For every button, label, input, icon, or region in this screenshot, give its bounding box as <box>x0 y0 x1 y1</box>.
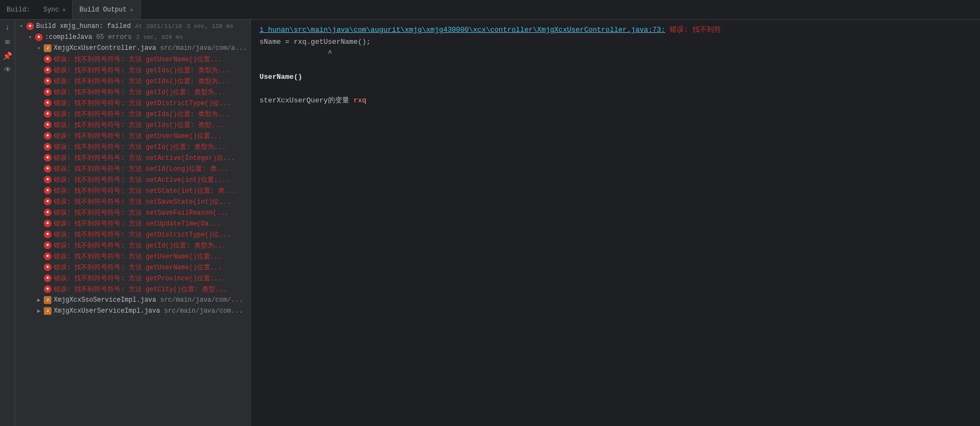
error-item-19[interactable]: ●错误: 找不到符号符号: 方法 getUserName()位置... <box>15 262 250 273</box>
error-item-21[interactable]: ●错误: 找不到符号符号: 方法 getCity()位置: 类型... <box>15 284 250 295</box>
error-item-1[interactable]: ●错误: 找不到符号符号: 方法 getIds()位置: 类型为... <box>15 65 250 76</box>
error-icon-20: ● <box>44 274 51 282</box>
code-username-line: UserName() <box>251 71 980 83</box>
error-icon-1: ● <box>44 66 51 74</box>
error-item-18[interactable]: ●错误: 找不到符号符号: 方法 getUserName()位置... <box>15 251 250 262</box>
eye-icon[interactable]: 👁 <box>2 65 13 76</box>
expand-user-svc-icon: ▶ <box>35 307 43 315</box>
error-icon-3: ● <box>44 88 51 96</box>
error-item-6[interactable]: ●错误: 找不到符号符号: 方法 getIds()位置: 类型... <box>15 119 250 130</box>
java-file-icon: J <box>44 44 51 52</box>
error-item-12[interactable]: ●错误: 找不到符号符号: 方法 setState(int)位置: 类... <box>15 185 250 196</box>
error-item-11[interactable]: ●错误: 找不到符号符号: 方法 setActive(int)位置:... <box>15 174 250 185</box>
error-icon-9: ● <box>44 154 51 162</box>
user-service-path: src/main/java/com... <box>160 307 243 315</box>
compile-error-icon: ● <box>35 33 43 41</box>
pin-icon[interactable]: 📌 <box>2 50 13 61</box>
error-item-15[interactable]: ●错误: 找不到符号符号: 方法 setUpdateTime(Da... <box>15 218 250 229</box>
build-root-time: At 2021/11/16 <box>135 23 182 30</box>
sidebar-icons: ↓ ⊞ 📌 👁 <box>0 20 15 426</box>
error-text-7: 错误: 找不到符号符号: 方法 getUserName()位置... <box>54 131 222 141</box>
error-text-17: 错误: 找不到符号符号: 方法 getId()位置: 类型为... <box>54 241 226 250</box>
file-path-link[interactable]: i_hunan\src\main\java\com\augurit\xmjg\x… <box>260 25 665 36</box>
error-icon-6: ● <box>44 121 51 129</box>
error-icon-21: ● <box>44 285 51 293</box>
error-text-5: 错误: 找不到符号符号: 方法 getIds()位置: 类型为... <box>54 110 230 119</box>
error-item-20[interactable]: ●错误: 找不到符号符号: 方法 getProvince()位置:... <box>15 273 250 284</box>
error-text-16: 错误: 找不到符号符号: 方法 getDistrictType()位... <box>54 230 231 239</box>
error-item-4[interactable]: ●错误: 找不到符号符号: 方法 getDistrictType()位... <box>15 97 250 108</box>
build-root-item[interactable]: ▾ ● Build xmjg_hunan: failed At 2021/11/… <box>15 21 250 32</box>
code-blank-2 <box>251 83 980 95</box>
error-item-16[interactable]: ●错误: 找不到符号符号: 方法 getDistrictType()位... <box>15 229 250 240</box>
error-item-14[interactable]: ●错误: 找不到符号符号: 方法 setSaveFailReason(... <box>15 207 250 218</box>
error-text-8: 错误: 找不到符号符号: 方法 getId()位置: 类型为... <box>54 142 226 152</box>
compile-duration: 2 sec, 929 ms <box>136 34 183 41</box>
compile-java-label: :compileJava <box>45 33 92 41</box>
error-icon-16: ● <box>44 231 51 238</box>
error-text-21: 错误: 找不到符号符号: 方法 getCity()位置: 类型... <box>54 285 227 294</box>
code-panel: i_hunan\src\main\java\com\augurit\xmjg\x… <box>251 20 980 426</box>
error-icon-19: ● <box>44 263 51 271</box>
close-build-output-tab-icon[interactable]: ✕ <box>130 7 133 13</box>
error-item-17[interactable]: ●错误: 找不到符号符号: 方法 getId()位置: 类型为... <box>15 240 250 251</box>
expand-root-icon: ▾ <box>18 22 25 30</box>
error-text-19: 错误: 找不到符号符号: 方法 getUserName()位置... <box>54 263 222 272</box>
arrow-down-icon[interactable]: ↓ <box>2 22 13 33</box>
error-text-10: 错误: 找不到符号符号: 方法 setId(Long)位置: 类... <box>54 164 228 174</box>
expand-all-icon[interactable]: ⊞ <box>2 36 13 47</box>
compile-errors-count: 65 errors <box>92 33 131 41</box>
build-root-duration: 3 sec, 128 ms <box>187 23 234 30</box>
user-service-label: XmjgXcxUserServiceImpl.java <box>54 307 160 315</box>
expand-compile-icon: ▾ <box>26 33 34 41</box>
sso-service-path: src/main/java/com/... <box>156 296 243 304</box>
error-icon-18: ● <box>44 252 51 260</box>
close-sync-tab-icon[interactable]: ✕ <box>62 7 66 13</box>
error-icon-11: ● <box>44 176 51 183</box>
error-item-5[interactable]: ●错误: 找不到符号符号: 方法 getIds()位置: 类型为... <box>15 108 250 119</box>
error-text-15: 错误: 找不到符号符号: 方法 setUpdateTime(Da... <box>54 219 221 228</box>
error-list: ●错误: 找不到符号符号: 方法 getUserName()位置...●错误: … <box>15 54 250 295</box>
tab-build-output[interactable]: Build Output ✕ <box>73 0 140 19</box>
sso-service-item[interactable]: ▶ J XmjgXcxSsoServiceImpl.java src/main/… <box>15 295 250 306</box>
error-item-3[interactable]: ●错误: 找不到符号符号: 方法 getId()位置: 类型为... <box>15 87 250 97</box>
expand-sso-icon: ▶ <box>35 296 43 304</box>
code-blank-1 <box>251 60 980 72</box>
error-text-18: 错误: 找不到符号符号: 方法 getUserName()位置... <box>54 252 222 261</box>
user-service-item[interactable]: ▶ J XmjgXcxUserServiceImpl.java src/main… <box>15 306 250 316</box>
error-icon-8: ● <box>44 143 51 151</box>
error-item-2[interactable]: ●错误: 找不到符号符号: 方法 getIds()位置: 类型为... <box>15 76 250 87</box>
error-text-14: 错误: 找不到符号符号: 方法 setSaveFailReason(... <box>54 208 228 217</box>
error-item-10[interactable]: ●错误: 找不到符号符号: 方法 setId(Long)位置: 类... <box>15 163 250 174</box>
error-icon-15: ● <box>44 220 51 227</box>
controller-file-item[interactable]: ▾ J XmjgXcxUserController.java src/main/… <box>15 43 250 54</box>
error-icon-5: ● <box>44 110 51 118</box>
tab-bar: Build: Sync ✕ Build Output ✕ <box>0 0 980 20</box>
code-path-line: i_hunan\src\main\java\com\augurit\xmjg\x… <box>251 24 980 36</box>
build-static-label: Build: <box>0 6 37 14</box>
error-icon-10: ● <box>44 165 51 172</box>
tab-sync[interactable]: Sync ✕ <box>37 0 73 19</box>
error-item-7[interactable]: ●错误: 找不到符号符号: 方法 getUserName()位置... <box>15 130 250 141</box>
error-icon-14: ● <box>44 209 51 216</box>
error-text-1: 错误: 找不到符号符号: 方法 getIds()位置: 类型为... <box>54 66 230 75</box>
error-icon-13: ● <box>44 198 51 205</box>
error-text-2: 错误: 找不到符号符号: 方法 getIds()位置: 类型为... <box>54 77 230 86</box>
error-item-13[interactable]: ●错误: 找不到符号符号: 方法 setSaveState(int)位... <box>15 196 250 207</box>
error-item-0[interactable]: ●错误: 找不到符号符号: 方法 getUserName()位置... <box>15 54 250 65</box>
error-text-11: 错误: 找不到符号符号: 方法 setActive(int)位置:... <box>54 175 230 185</box>
compile-java-item[interactable]: ▾ ● :compileJava 65 errors 2 sec, 929 ms <box>15 32 250 43</box>
error-icon-7: ● <box>44 132 51 140</box>
error-item-8[interactable]: ●错误: 找不到符号符号: 方法 getId()位置: 类型为... <box>15 141 250 152</box>
error-icon-4: ● <box>44 99 51 107</box>
error-item-9[interactable]: ●错误: 找不到符号符号: 方法 setActive(Integer)位... <box>15 152 250 163</box>
user-svc-java-icon: J <box>44 307 51 315</box>
error-text-3: 错误: 找不到符号符号: 方法 getId()位置: 类型为... <box>54 88 226 97</box>
code-caret-line: ^ <box>251 48 980 60</box>
error-icon-0: ● <box>44 55 51 63</box>
main-content: ↓ ⊞ 📌 👁 ▾ ● Build xmjg_hunan: failed At … <box>0 20 980 426</box>
controller-file-path: src/main/java/com/a... <box>156 44 247 52</box>
error-icon-2: ● <box>44 77 51 85</box>
error-text-0: 错误: 找不到符号符号: 方法 getUserName()位置... <box>54 55 222 64</box>
sso-service-label: XmjgXcxSsoServiceImpl.java <box>54 296 156 304</box>
